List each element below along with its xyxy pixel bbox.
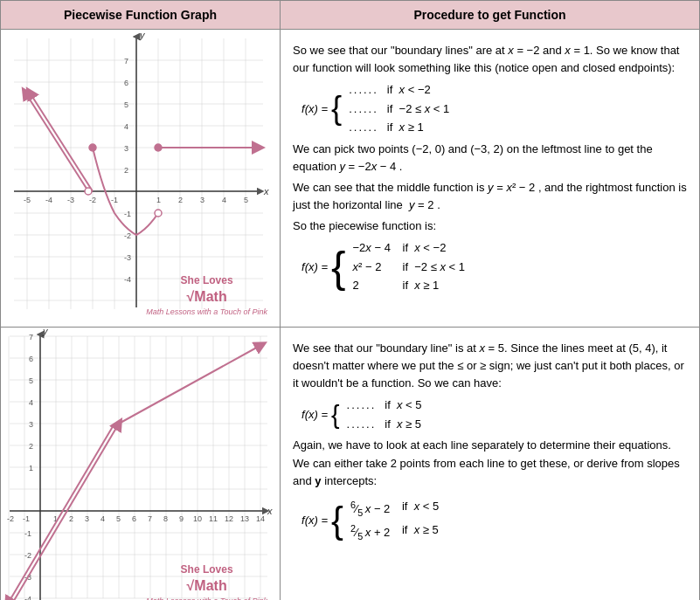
svg-line-57 bbox=[25, 93, 88, 191]
case-row: 6⁄5 x − 2 if x < 5 bbox=[349, 497, 446, 521]
graph-2: x y -2 -1 1 2 3 4 5 6 7 8 9 bbox=[1, 328, 280, 600]
cases-table-1: ...... if x < −2 ...... if −2 ≤ x < 1 ..… bbox=[347, 80, 456, 137]
text-boundary-lines: So we see that our "boundary lines" are … bbox=[293, 42, 687, 77]
case-cond: if x ≥ 1 bbox=[398, 276, 472, 295]
formula-final-1: f(x) = { −2x − 4 if x < −2 x² − 2 if −2 … bbox=[301, 238, 687, 295]
case-expr: 2 bbox=[351, 276, 398, 295]
cases-table-4: 6⁄5 x − 2 if x < 5 2⁄5 x + 2 if x ≥ 5 bbox=[349, 497, 446, 544]
watermark-sqrt: √Math bbox=[187, 289, 227, 304]
case-row: ...... if x < −2 bbox=[347, 80, 456, 100]
fx-label-1: f(x) = bbox=[301, 100, 328, 118]
watermark-sqrt-2: √Math bbox=[187, 578, 227, 593]
left-header: Piecewise Function Graph bbox=[1, 1, 281, 30]
brace-1: { bbox=[331, 93, 342, 124]
case-row: ...... if −2 ≤ x < 1 bbox=[347, 100, 456, 119]
case-row: ...... if x ≥ 5 bbox=[345, 415, 429, 434]
text-middle-function: We can see that the middle function is y… bbox=[293, 179, 687, 214]
watermark-subtitle: Math Lessons with a Touch of Pink bbox=[146, 307, 267, 316]
case-cond: if x < 5 bbox=[397, 497, 446, 521]
case-row: ...... if x ≥ 1 bbox=[347, 118, 456, 137]
case-expr: ...... bbox=[347, 100, 385, 119]
case-expr: ...... bbox=[345, 415, 384, 434]
fx-label-3: f(x) = bbox=[301, 406, 328, 424]
graph-overlay-2 bbox=[1, 328, 272, 600]
formula-placeholder-1: f(x) = { ...... if x < −2 ...... if −2 ≤… bbox=[301, 80, 687, 137]
text-look-at-each-line: Again, we have to look at each line sepa… bbox=[293, 437, 687, 489]
case-cond: if −2 ≤ x < 1 bbox=[398, 258, 472, 277]
text-piecewise-is: So the piecewise function is: bbox=[293, 217, 687, 235]
graph-1: x y -5 -4 -3 -2 -1 1 2 3 4 5 bbox=[1, 30, 280, 327]
cases-table-3: ...... if x < 5 ...... if x ≥ 5 bbox=[345, 396, 429, 433]
watermark-1: She Loves √Math Math Lessons with a Touc… bbox=[146, 274, 267, 318]
case-expr: ...... bbox=[347, 118, 385, 137]
case-expr: 6⁄5 x − 2 bbox=[349, 497, 397, 521]
case-cond: if x ≥ 1 bbox=[385, 118, 456, 137]
case-cond: if −2 ≤ x < 1 bbox=[385, 100, 456, 119]
formula-placeholder-2: f(x) = { ...... if x < 5 ...... if x ≥ 5 bbox=[301, 396, 687, 433]
case-row: 2⁄5 x + 2 if x ≥ 5 bbox=[349, 521, 446, 544]
formula-final-2: f(x) = { 6⁄5 x − 2 if x < 5 2⁄5 x + 2 bbox=[301, 497, 687, 544]
watermark-brand: She Loves bbox=[181, 274, 233, 286]
graph-cell-2: x y -2 -1 1 2 3 4 5 6 7 8 9 bbox=[1, 328, 281, 601]
graph-cell-1: x y -5 -4 -3 -2 -1 1 2 3 4 5 bbox=[1, 30, 281, 328]
case-expr: x² − 2 bbox=[351, 258, 398, 277]
case-row: −2x − 4 if x < −2 bbox=[351, 238, 472, 258]
case-expr: ...... bbox=[347, 80, 385, 100]
brace-4: { bbox=[331, 502, 343, 539]
main-table: Piecewise Function Graph Procedure to ge… bbox=[0, 0, 700, 600]
case-expr: 2⁄5 x + 2 bbox=[349, 521, 397, 544]
procedure-cell-1: So we see that our "boundary lines" are … bbox=[281, 30, 700, 328]
watermark-brand-2: She Loves bbox=[181, 563, 233, 576]
case-row: x² − 2 if −2 ≤ x < 1 bbox=[351, 258, 472, 277]
case-row: 2 if x ≥ 1 bbox=[351, 276, 472, 295]
case-cond: if x < 5 bbox=[383, 396, 428, 415]
right-header: Procedure to get Function bbox=[281, 1, 700, 30]
case-expr: ...... bbox=[345, 396, 384, 415]
fx-label-4: f(x) = bbox=[301, 512, 328, 529]
brace-3: { bbox=[331, 403, 340, 428]
brace-2: { bbox=[331, 245, 346, 288]
svg-line-125 bbox=[8, 424, 114, 600]
fx-label-2: f(x) = bbox=[301, 259, 328, 276]
case-cond: if x ≥ 5 bbox=[383, 415, 428, 434]
text-boundary-line-2: We see that our "boundary line" is at x … bbox=[293, 340, 687, 392]
cases-table-2: −2x − 4 if x < −2 x² − 2 if −2 ≤ x < 1 2… bbox=[351, 238, 472, 295]
watermark-2: She Loves √Math Math Lessons with a Touc… bbox=[146, 563, 267, 600]
watermark-subtitle-2: Math Lessons with a Touch of Pink bbox=[146, 597, 267, 600]
case-cond: if x < −2 bbox=[398, 238, 472, 258]
case-cond: if x < −2 bbox=[385, 80, 456, 100]
case-expr: −2x − 4 bbox=[351, 238, 398, 258]
case-cond: if x ≥ 5 bbox=[397, 521, 446, 544]
svg-point-58 bbox=[85, 188, 92, 195]
procedure-cell-2: We see that our "boundary line" is at x … bbox=[281, 328, 700, 601]
text-two-points: We can pick two points (−2, 0) and (−3, … bbox=[293, 141, 687, 176]
case-row: ...... if x < 5 bbox=[345, 396, 429, 415]
